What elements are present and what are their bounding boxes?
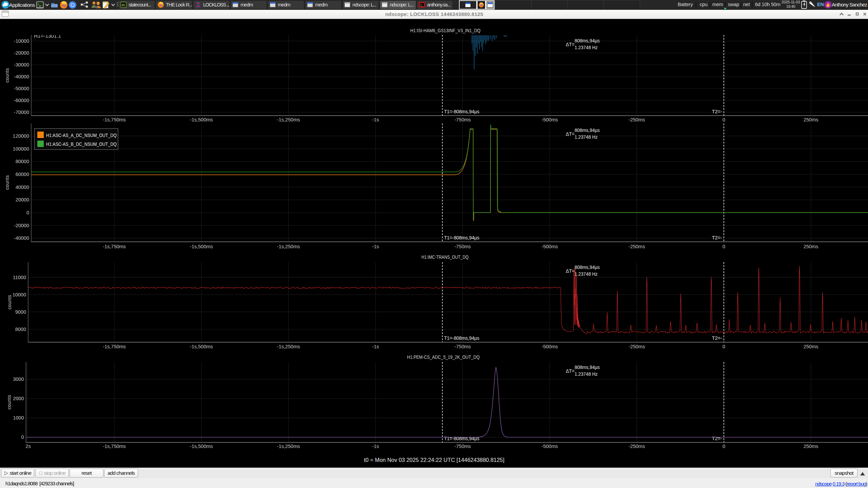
svg-text:-500ms: -500ms: [541, 244, 558, 249]
svg-text:H1:ISI-HAM6_GS13INF_V3_IN1_DQ: H1:ISI-HAM6_GS13INF_V3_IN1_DQ: [410, 27, 481, 33]
svg-text:-20000: -20000: [14, 223, 29, 228]
svg-text:0: 0: [722, 444, 725, 449]
svg-text:808ms,94µs: 808ms,94µs: [575, 127, 600, 133]
svg-text:-250ms: -250ms: [629, 117, 645, 122]
svg-text:0: 0: [722, 244, 725, 249]
svg-text:ΔT=: ΔT=: [566, 268, 575, 274]
svg-text:-750ms: -750ms: [455, 444, 471, 449]
svg-text:-1s,500ms: -1s,500ms: [190, 244, 213, 249]
svg-text:-1s,250ms: -1s,250ms: [277, 444, 300, 449]
svg-text:T1=-808ms,94µs: T1=-808ms,94µs: [444, 436, 479, 441]
svg-text:-10000: -10000: [14, 38, 29, 44]
svg-text:1000: 1000: [13, 415, 24, 421]
svg-text:counts: counts: [4, 175, 10, 190]
svg-text:3000: 3000: [13, 376, 24, 382]
svg-text:T2=-: T2=-: [712, 109, 722, 114]
svg-text:2000: 2000: [13, 396, 24, 401]
svg-text:-60000: -60000: [14, 98, 29, 103]
svg-text:-20000: -20000: [14, 50, 29, 56]
svg-text:100000: 100000: [13, 146, 29, 152]
svg-text:-1s,500ms: -1s,500ms: [190, 117, 213, 122]
svg-text:-1s: -1s: [372, 444, 379, 449]
svg-text:-1s,750ms: -1s,750ms: [103, 444, 126, 449]
svg-text:808ms,94µs: 808ms,94µs: [575, 364, 600, 370]
svg-text:-1s: -1s: [372, 344, 379, 349]
svg-text:-1s,750ms: -1s,750ms: [103, 244, 126, 249]
svg-text:808ms,94µs: 808ms,94µs: [575, 264, 600, 270]
svg-text:0: 0: [21, 434, 24, 440]
svg-text:-250ms: -250ms: [629, 444, 645, 449]
svg-text:H1:ASC-AS_B_DC_NSUM_OUT_DQ: H1:ASC-AS_B_DC_NSUM_OUT_DQ: [46, 141, 117, 147]
svg-text:40000: 40000: [16, 184, 29, 190]
svg-text:0: 0: [26, 210, 29, 215]
svg-text:808ms,94µs: 808ms,94µs: [575, 38, 600, 43]
svg-text:1.23748 Hz: 1.23748 Hz: [575, 271, 598, 277]
svg-text:T2=-: T2=-: [712, 335, 722, 341]
svg-text:-250ms: -250ms: [629, 244, 645, 249]
svg-text:-750ms: -750ms: [455, 117, 471, 122]
svg-text:-1s,750ms: -1s,750ms: [103, 344, 126, 349]
svg-text:-750ms: -750ms: [455, 244, 471, 249]
svg-text:-1s,750ms: -1s,750ms: [103, 117, 126, 122]
svg-text:80000: 80000: [16, 159, 29, 164]
svg-text:T1=-808ms,94µs: T1=-808ms,94µs: [444, 335, 479, 341]
svg-text:250ms: 250ms: [804, 244, 818, 249]
svg-text:-1s,500ms: -1s,500ms: [190, 344, 213, 349]
svg-text:1.23748 Hz: 1.23748 Hz: [575, 134, 598, 140]
svg-text:-500ms: -500ms: [541, 444, 558, 449]
svg-text:-1s,250ms: -1s,250ms: [277, 344, 300, 349]
svg-text:t0 = Mon Nov 03 2025 22:24:22: t0 = Mon Nov 03 2025 22:24:22 UTC [14462…: [364, 457, 504, 463]
svg-text:ΔT=: ΔT=: [566, 131, 575, 137]
svg-text:0: 0: [722, 117, 725, 122]
svg-text:60000: 60000: [16, 172, 29, 177]
svg-text:8000: 8000: [15, 327, 26, 332]
svg-text:2s: 2s: [25, 444, 31, 449]
svg-text:T2=-: T2=-: [712, 235, 722, 240]
svg-text:counts: counts: [4, 68, 10, 83]
svg-text:counts: counts: [7, 295, 12, 310]
svg-text:250ms: 250ms: [804, 444, 818, 449]
svg-text:-1s,500ms: -1s,500ms: [190, 444, 213, 449]
svg-text:-50000: -50000: [14, 86, 29, 91]
svg-text:9000: 9000: [15, 309, 26, 315]
svg-text:ΔT=: ΔT=: [566, 41, 575, 47]
svg-text:250ms: 250ms: [804, 117, 818, 122]
svg-text:H1:IMC-TRANS_OUT_DQ: H1:IMC-TRANS_OUT_DQ: [422, 254, 469, 260]
svg-text:H1:PEM-CS_ADC_5_19_2K_OUT_DQ: H1:PEM-CS_ADC_5_19_2K_OUT_DQ: [407, 354, 480, 360]
svg-text:-1s,250ms: -1s,250ms: [277, 244, 300, 249]
svg-text:-40000: -40000: [14, 74, 29, 79]
svg-text:H1:ASC-AS_A_DC_NSUM_OUT_DQ: H1:ASC-AS_A_DC_NSUM_OUT_DQ: [46, 132, 117, 138]
svg-text:ΔT=: ΔT=: [566, 368, 575, 374]
svg-text:T1=-808ms,94µs: T1=-808ms,94µs: [444, 235, 479, 240]
svg-text:-1s: -1s: [372, 244, 379, 249]
svg-text:1.23748 Hz: 1.23748 Hz: [575, 371, 598, 377]
svg-text:20000: 20000: [16, 197, 29, 202]
svg-text:T1=-808ms,94µs: T1=-808ms,94µs: [444, 109, 479, 114]
svg-text:-750ms: -750ms: [455, 344, 471, 349]
svg-text:11000: 11000: [13, 275, 26, 280]
svg-text:-70000: -70000: [14, 110, 29, 115]
svg-text:-500ms: -500ms: [541, 117, 558, 122]
svg-text:-1s,250ms: -1s,250ms: [277, 117, 300, 122]
svg-text:-1s: -1s: [372, 117, 379, 122]
svg-text:120000: 120000: [13, 133, 29, 139]
svg-text:-40000: -40000: [14, 235, 29, 241]
svg-text:-250ms: -250ms: [629, 344, 645, 349]
svg-text:1.23748 Hz: 1.23748 Hz: [575, 44, 598, 50]
svg-text:T2=-: T2=-: [712, 436, 722, 441]
svg-text:counts: counts: [6, 395, 12, 410]
svg-text:250ms: 250ms: [804, 344, 818, 349]
svg-text:-30000: -30000: [14, 62, 29, 67]
svg-text:0: 0: [722, 344, 725, 349]
svg-text:ndscope: LOCKLOSS 1446243880.8: ndscope: LOCKLOSS 1446243880.8125: [385, 11, 483, 17]
svg-text:-500ms: -500ms: [541, 344, 558, 349]
svg-text:10000: 10000: [13, 292, 26, 297]
